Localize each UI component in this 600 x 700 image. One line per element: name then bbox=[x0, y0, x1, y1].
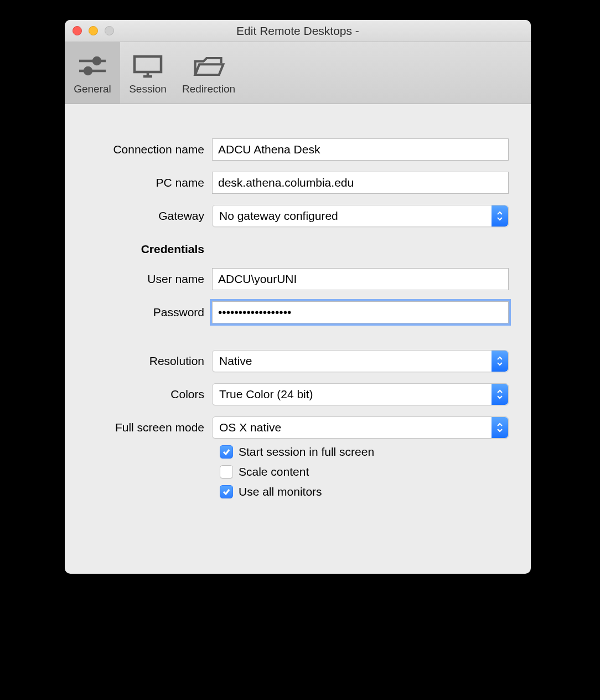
gateway-select[interactable]: No gateway configured bbox=[212, 205, 509, 227]
full-screen-mode-select[interactable]: OS X native bbox=[212, 416, 509, 439]
chevron-up-down-icon bbox=[492, 351, 508, 372]
connection-name-input[interactable] bbox=[212, 138, 509, 161]
sliders-icon bbox=[76, 53, 109, 80]
colors-value: True Color (24 bit) bbox=[219, 388, 313, 401]
window-controls bbox=[65, 26, 114, 35]
chevron-up-down-icon bbox=[492, 417, 508, 438]
folder-open-icon bbox=[192, 53, 225, 80]
checkbox-label: Scale content bbox=[239, 465, 309, 478]
user-name-label: User name bbox=[87, 272, 212, 286]
pc-name-label: PC name bbox=[87, 176, 212, 189]
svg-rect-4 bbox=[135, 56, 161, 72]
user-name-input[interactable] bbox=[212, 268, 509, 290]
form-content: Connection name PC name Gateway No gatew… bbox=[65, 104, 531, 527]
connection-name-label: Connection name bbox=[87, 143, 212, 156]
svg-point-1 bbox=[94, 58, 100, 64]
checkbox-label: Use all monitors bbox=[239, 485, 322, 498]
tab-label: Session bbox=[129, 83, 167, 95]
gateway-label: Gateway bbox=[87, 209, 212, 223]
checkbox-icon bbox=[220, 485, 233, 498]
colors-label: Colors bbox=[87, 388, 212, 401]
tab-redirection[interactable]: Redirection bbox=[175, 42, 242, 104]
window-title: Edit Remote Desktops - bbox=[65, 24, 531, 38]
pc-name-input[interactable] bbox=[212, 172, 509, 194]
titlebar: Edit Remote Desktops - bbox=[65, 20, 531, 42]
monitor-icon bbox=[131, 53, 164, 80]
close-window-button[interactable] bbox=[73, 26, 82, 35]
tab-session[interactable]: Session bbox=[120, 42, 175, 104]
full-screen-mode-label: Full screen mode bbox=[87, 421, 212, 434]
chevron-up-down-icon bbox=[492, 205, 508, 227]
gateway-value: No gateway configured bbox=[219, 209, 338, 223]
use-all-monitors-checkbox[interactable]: Use all monitors bbox=[220, 485, 509, 498]
tab-label: Redirection bbox=[182, 83, 235, 95]
full-screen-mode-value: OS X native bbox=[219, 421, 281, 434]
credentials-heading: Credentials bbox=[87, 243, 212, 256]
zoom-window-button[interactable] bbox=[105, 26, 114, 35]
resolution-label: Resolution bbox=[87, 354, 212, 368]
scale-content-checkbox[interactable]: Scale content bbox=[220, 465, 509, 478]
resolution-select[interactable]: Native bbox=[212, 350, 509, 372]
start-full-screen-checkbox[interactable]: Start session in full screen bbox=[220, 445, 509, 459]
password-label: Password bbox=[87, 306, 212, 319]
tab-label: General bbox=[74, 83, 111, 95]
toolbar: General Session Redirection bbox=[65, 42, 531, 104]
checkbox-label: Start session in full screen bbox=[239, 445, 374, 459]
password-input[interactable] bbox=[212, 301, 509, 323]
edit-remote-desktops-window: Edit Remote Desktops - General bbox=[65, 20, 531, 574]
checkbox-icon bbox=[220, 465, 233, 478]
svg-point-3 bbox=[85, 68, 91, 74]
resolution-value: Native bbox=[219, 354, 252, 368]
minimize-window-button[interactable] bbox=[89, 26, 98, 35]
colors-select[interactable]: True Color (24 bit) bbox=[212, 383, 509, 405]
chevron-up-down-icon bbox=[492, 384, 508, 405]
checkbox-icon bbox=[220, 445, 233, 459]
tab-general[interactable]: General bbox=[65, 42, 120, 104]
